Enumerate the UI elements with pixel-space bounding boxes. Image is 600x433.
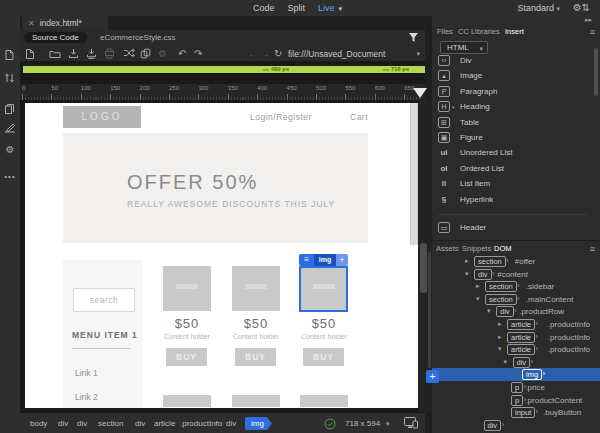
save-icon[interactable] — [68, 48, 79, 59]
fwd-icon[interactable]: → — [260, 48, 270, 59]
preview-link-2[interactable]: Link 2 — [75, 392, 98, 402]
dom-row-section-mainContent[interactable]: ▾section.mainContent — [432, 293, 600, 306]
workspace-switcher[interactable]: Standard ▾ — [517, 3, 560, 13]
insert-item-unordered-list[interactable]: ulUnordered List — [432, 146, 592, 161]
expanded-arrow-icon[interactable]: ▾ — [476, 295, 480, 303]
panel-tab-dom[interactable]: DOM — [494, 244, 512, 253]
panel-tab-cc-libraries[interactable]: CC Libraries — [458, 27, 500, 36]
preview-scrollbar[interactable] — [410, 103, 418, 245]
insert-item-list-item[interactable]: liList Item — [432, 177, 592, 192]
dom-row-section-sidebar[interactable]: ▸section.sidebar — [432, 280, 600, 293]
tag-selector-item[interactable]: article — [154, 419, 175, 428]
insert-item-table[interactable]: ⊞Table — [432, 116, 592, 131]
tag-selector-item[interactable]: body — [30, 419, 47, 428]
preview-logo[interactable]: LOGO — [63, 106, 141, 128]
element-display-toolbar[interactable]: ≡ img + — [299, 254, 348, 266]
dom-row-div-content[interactable]: ▾div#content — [432, 268, 600, 281]
dom-row-article-productInfo[interactable]: ▸article.productInfo — [432, 331, 600, 344]
media-query-bar[interactable]: ‹‹‹ 480 px‹‹‹ 718 px — [23, 66, 425, 73]
panel-tab-assets[interactable]: Assets — [436, 244, 459, 253]
close-tab-icon[interactable]: ✕ — [28, 19, 35, 28]
device-preview-icon[interactable] — [404, 417, 418, 429]
dom-add-element-button[interactable]: + — [426, 370, 439, 383]
expanded-arrow-icon[interactable]: ▾ — [465, 270, 469, 278]
document-tab[interactable]: ✕index.html* — [22, 16, 108, 30]
insert-item-div[interactable]: ‹›Div — [432, 54, 592, 69]
insert-scrollbar-thumb[interactable] — [594, 48, 598, 96]
refresh-icon[interactable]: ↻ — [274, 48, 282, 59]
dom-row-p-productContent[interactable]: p.productContent — [432, 394, 600, 407]
panel-tab-snippets[interactable]: Snippets — [462, 244, 491, 253]
dom-row-div[interactable]: ▾div — [432, 356, 600, 369]
panel-tab-files[interactable]: Files — [437, 27, 453, 36]
dom-row-div[interactable]: div — [432, 419, 600, 432]
view-mode-split[interactable]: Split — [288, 3, 306, 13]
tag-selector-item[interactable]: div — [226, 419, 236, 428]
element-add-icon[interactable]: + — [336, 254, 348, 266]
expanded-arrow-icon[interactable]: ▾ — [487, 307, 491, 315]
dom-row-img[interactable]: img — [432, 368, 600, 381]
dom-row-input-buyButton[interactable]: input.buyButton — [432, 406, 600, 419]
viewport-size-marker[interactable] — [413, 88, 427, 98]
dom-panel-menu-icon[interactable]: ≡ — [590, 244, 595, 254]
gear-icon[interactable]: ⚙ — [4, 144, 16, 156]
collapse-panels-icon[interactable]: ▸▸ — [585, 16, 592, 24]
insert-item-figure[interactable]: ▣Figure — [432, 131, 592, 146]
preview-link-1[interactable]: Link 1 — [75, 368, 98, 378]
insert-item-paragraph[interactable]: PParagraph — [432, 85, 592, 100]
dom-row-p-price[interactable]: p.price — [432, 381, 600, 394]
save-all-icon[interactable] — [86, 48, 97, 59]
collapsed-arrow-icon[interactable]: ▸ — [498, 320, 502, 328]
element-hamburger-icon[interactable]: ≡ — [299, 254, 314, 266]
dom-panel-scrollbar-thumb[interactable] — [428, 252, 431, 368]
view-mode-live[interactable]: Live — [318, 3, 335, 13]
snapshot-icon[interactable] — [4, 103, 16, 115]
heading-level-chevron[interactable]: ▾ — [452, 104, 455, 110]
tag-selector-item[interactable]: .productInfo — [180, 419, 222, 428]
preview-search-input[interactable]: search — [73, 288, 135, 312]
expanded-arrow-icon[interactable]: ▾ — [498, 345, 502, 353]
tag-selector-item[interactable]: div — [135, 419, 145, 428]
new-file-icon[interactable] — [25, 48, 35, 59]
gear2-icon[interactable]: ⚙ — [158, 48, 167, 59]
view-mode-code[interactable]: Code — [253, 3, 275, 13]
back-icon[interactable]: ← — [248, 48, 258, 59]
related-css-file[interactable]: eCommerceStyle.css — [100, 32, 176, 43]
live-options-chevron[interactable]: ▾ — [339, 5, 343, 12]
document-url[interactable]: file:///Unsaved_Document — [288, 49, 385, 59]
buy-button[interactable]: BUY — [166, 348, 207, 366]
page-icon[interactable] — [4, 49, 16, 61]
preview-nav-login[interactable]: Login/Register — [250, 112, 312, 122]
dom-row-section-offer[interactable]: ▸section#offer — [432, 255, 600, 268]
redo-icon[interactable]: ↷ — [194, 48, 202, 59]
pen-icon[interactable] — [4, 121, 16, 133]
url-dropdown-chevron[interactable]: ▾ — [416, 50, 420, 58]
buy-button[interactable]: BUY — [235, 348, 276, 366]
collapsed-arrow-icon[interactable]: ▸ — [465, 257, 469, 265]
insert-item-image[interactable]: ▴Image — [432, 69, 592, 84]
tag-selector-img[interactable]: img — [245, 417, 272, 430]
window-size-chevron[interactable]: ▾ — [386, 420, 390, 428]
tag-selector-item[interactable]: section — [98, 419, 123, 428]
dom-row-article-productInfo[interactable]: ▾article.productInfo — [432, 343, 600, 356]
insert-item-hyperlink[interactable]: §Hyperlink — [432, 193, 592, 208]
insert-item-header[interactable]: ▭Header — [432, 221, 592, 236]
insert-category-dropdown[interactable]: HTML▾ — [440, 41, 488, 54]
dom-row-article-productInfo[interactable]: ▸article.productInfo — [432, 318, 600, 331]
copy-icon[interactable] — [140, 48, 151, 59]
collapsed-arrow-icon[interactable]: ▸ — [498, 333, 502, 341]
extract-icon[interactable] — [4, 72, 16, 84]
preview-nav-cart[interactable]: Cart — [350, 112, 368, 122]
window-size-value[interactable]: 718 x 594 — [345, 419, 380, 428]
print-icon[interactable] — [104, 48, 115, 59]
more-icon[interactable]: ••• — [4, 171, 16, 183]
buy-button[interactable]: BUY — [303, 348, 344, 366]
app-settings-icon[interactable]: ⚙⇅ — [573, 2, 590, 13]
document-scrollbar-thumb[interactable] — [420, 243, 427, 293]
open-file-icon[interactable] — [49, 48, 61, 59]
expanded-arrow-icon[interactable]: ▾ — [504, 358, 508, 366]
undo-icon[interactable]: ↶ — [178, 48, 186, 59]
panel-tab-insert[interactable]: Insert — [505, 27, 524, 36]
insert-item-heading[interactable]: HHeading▾ — [432, 100, 592, 115]
tag-selector-item[interactable]: div — [58, 419, 68, 428]
